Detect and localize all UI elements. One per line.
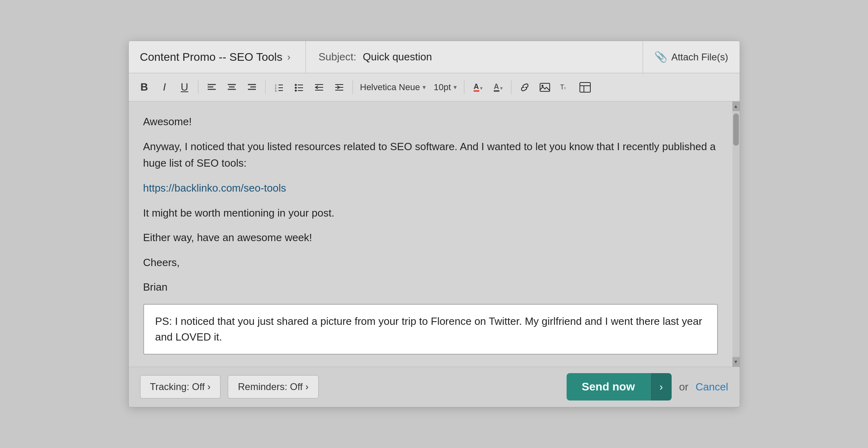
campaign-label[interactable]: Content Promo -- SEO Tools › xyxy=(129,41,306,73)
paperclip-icon: 📎 xyxy=(654,51,667,63)
ps-text: PS: I noticed that you just shared a pic… xyxy=(155,315,702,343)
align-left-button[interactable] xyxy=(202,78,221,97)
tracking-button[interactable]: Tracking: Off › xyxy=(140,375,221,398)
email-content-area[interactable]: Awesome! Anyway, I noticed that you list… xyxy=(129,101,732,367)
svg-rect-37 xyxy=(580,83,590,92)
svg-text:A: A xyxy=(494,83,499,91)
divider-2 xyxy=(265,81,266,94)
email-body: Awesome! Anyway, I noticed that you list… xyxy=(129,101,740,367)
scrollbar-thumb[interactable] xyxy=(733,114,739,146)
svg-text:3.: 3. xyxy=(275,89,277,92)
numbered-list-button[interactable]: 1.2.3. xyxy=(270,78,288,97)
reminders-button[interactable]: Reminders: Off › xyxy=(228,375,319,398)
svg-text:2.: 2. xyxy=(275,87,277,89)
cancel-link[interactable]: Cancel xyxy=(696,381,728,393)
send-dropdown-button[interactable]: › xyxy=(650,373,672,401)
body-line4: It might be worth mentioning in your pos… xyxy=(143,205,718,222)
svg-text:x: x xyxy=(564,85,566,90)
indent-decrease-button[interactable] xyxy=(310,78,328,97)
svg-rect-33 xyxy=(540,83,550,91)
subject-value: Quick question xyxy=(363,51,432,63)
font-family-value: Helvetica Neue xyxy=(360,82,420,93)
body-line2: Anyway, I noticed that you listed resour… xyxy=(143,138,718,172)
scroll-down-arrow[interactable]: ▼ xyxy=(732,357,740,367)
svg-point-15 xyxy=(295,84,297,86)
body-line5: Either way, have an awesome week! xyxy=(143,229,718,246)
clear-format-button[interactable]: T x xyxy=(556,78,574,97)
send-now-button[interactable]: Send now xyxy=(567,373,650,401)
ps-box[interactable]: PS: I noticed that you just shared a pic… xyxy=(143,304,718,355)
svg-text:▾: ▾ xyxy=(500,85,503,91)
scrollbar-track[interactable]: ▲ ▼ xyxy=(732,101,740,367)
font-family-caret: ▾ xyxy=(423,83,426,91)
template-button[interactable] xyxy=(576,78,594,97)
indent-increase-button[interactable] xyxy=(330,78,348,97)
bottom-bar: Tracking: Off › Reminders: Off › Send no… xyxy=(129,367,740,407)
font-size-caret: ▾ xyxy=(454,83,457,91)
email-composer: Content Promo -- SEO Tools › Subject: Qu… xyxy=(128,41,740,407)
divider-5 xyxy=(511,81,511,94)
subject-label: Subject: xyxy=(319,51,357,63)
seo-tools-link[interactable]: https://backlinko.com/seo-tools xyxy=(143,182,287,194)
font-family-select[interactable]: Helvetica Neue ▾ xyxy=(357,81,429,94)
font-size-value: 10pt xyxy=(434,82,451,93)
send-button-group: Send now › xyxy=(567,373,672,401)
bold-button[interactable]: B xyxy=(135,78,154,97)
image-button[interactable] xyxy=(536,78,554,97)
svg-rect-28 xyxy=(474,90,479,92)
campaign-title: Content Promo -- SEO Tools xyxy=(140,51,282,64)
body-line1: Awesome! xyxy=(143,114,718,130)
body-line6: Cheers, xyxy=(143,254,718,271)
divider-3 xyxy=(353,81,353,94)
subject-area: Subject: Quick question xyxy=(306,41,643,73)
svg-point-17 xyxy=(295,87,297,89)
svg-text:A: A xyxy=(474,83,479,91)
underline-button[interactable]: U xyxy=(175,78,194,97)
body-line7: Brian xyxy=(143,279,718,296)
font-color-button[interactable]: A ▾ xyxy=(468,78,487,97)
align-right-button[interactable] xyxy=(243,78,261,97)
svg-text:1.: 1. xyxy=(275,84,277,87)
send-arrow-icon: › xyxy=(660,381,663,393)
divider-1 xyxy=(198,81,198,94)
svg-rect-31 xyxy=(494,90,499,92)
or-text: or xyxy=(679,381,688,393)
italic-button[interactable]: I xyxy=(155,78,174,97)
highlight-color-button[interactable]: A ▾ xyxy=(489,78,507,97)
bullet-list-button[interactable] xyxy=(290,78,308,97)
send-area: Send now › or Cancel xyxy=(567,373,728,401)
attach-button[interactable]: 📎 Attach File(s) xyxy=(643,41,739,73)
body-line3: https://backlinko.com/seo-tools xyxy=(143,180,718,197)
divider-4 xyxy=(464,81,464,94)
scroll-up-arrow[interactable]: ▲ xyxy=(732,101,740,111)
link-button[interactable] xyxy=(515,78,534,97)
svg-text:▾: ▾ xyxy=(480,85,482,91)
attach-label: Attach File(s) xyxy=(671,52,728,63)
formatting-toolbar: B I U 1.2.3. Helvetica Neue ▾ xyxy=(129,73,740,101)
campaign-chevron: › xyxy=(287,52,291,63)
svg-point-19 xyxy=(295,89,297,91)
font-size-select[interactable]: 10pt ▾ xyxy=(431,81,460,94)
svg-point-34 xyxy=(541,85,543,87)
top-bar: Content Promo -- SEO Tools › Subject: Qu… xyxy=(129,41,740,73)
align-center-button[interactable] xyxy=(223,78,241,97)
